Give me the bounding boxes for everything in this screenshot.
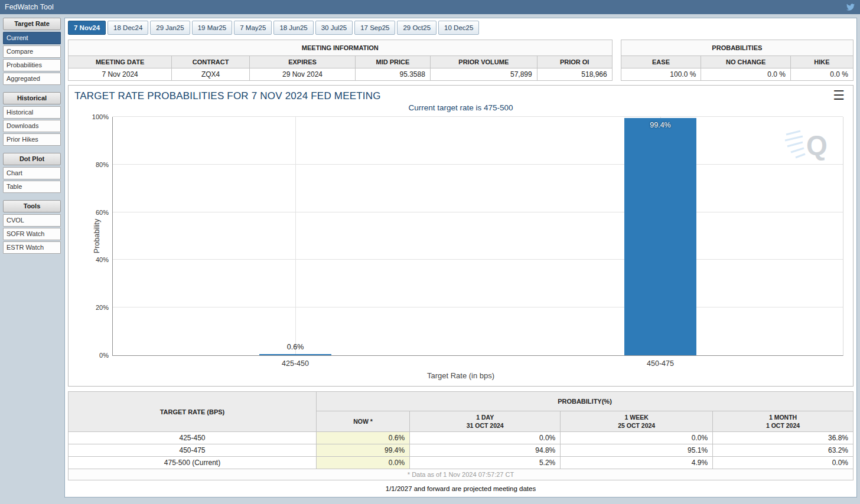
y-axis-label: Probability bbox=[93, 219, 101, 253]
col-header-contract: CONTRACT bbox=[172, 56, 250, 68]
data-asof-footnote: * Data as of 1 Nov 2024 07:57:27 CT bbox=[69, 469, 854, 480]
tab-19mar25[interactable]: 19 Mar25 bbox=[192, 21, 233, 35]
gridline-h-40 bbox=[113, 259, 843, 260]
hike-value: 0.0 % bbox=[791, 68, 854, 81]
bar-450-475: 99.4% bbox=[624, 118, 696, 355]
sub-header-1day: 1 DAY 31 OCT 2024 bbox=[410, 411, 561, 432]
tab-18dec24[interactable]: 18 Dec24 bbox=[108, 21, 148, 35]
app-title-bar: FedWatch Tool bbox=[0, 0, 860, 14]
sidebar-header-dot-plot: Dot Plot bbox=[3, 153, 61, 165]
bar-425-450 bbox=[259, 354, 331, 355]
col-header-hike: HIKE bbox=[791, 56, 854, 68]
gridline-h-60 bbox=[113, 212, 843, 212]
ytick-0: 0% bbox=[99, 352, 109, 359]
ytick-80: 80% bbox=[96, 161, 109, 168]
sub-header-1month-line2: 1 OCT 2024 bbox=[713, 421, 853, 430]
meeting-information-table: MEETING INFORMATION MEETING DATE CONTRAC… bbox=[68, 40, 613, 81]
tab-7may25[interactable]: 7 May25 bbox=[234, 21, 272, 35]
day-cell: 0.0% bbox=[410, 432, 561, 444]
tab-7nov24[interactable]: 7 Nov24 bbox=[68, 21, 106, 35]
sidebar-item-chart[interactable]: Chart bbox=[3, 167, 61, 179]
rate-cell: 475-500 (Current) bbox=[69, 457, 317, 469]
gridline-h-20 bbox=[113, 307, 843, 307]
app-content: Target Rate Current Compare Probabilitie… bbox=[0, 14, 860, 501]
expires-value: 29 Nov 2024 bbox=[250, 68, 356, 81]
main-panel: 7 Nov24 18 Dec24 29 Jan25 19 Mar25 7 May… bbox=[64, 18, 857, 498]
probability-group-header: PROBABILITY(%) bbox=[316, 392, 853, 411]
sub-header-1month: 1 MONTH 1 OCT 2024 bbox=[713, 411, 854, 432]
table-row: 475-500 (Current) 0.0% 5.2% 4.9% 0.0% bbox=[69, 457, 854, 469]
prior-volume-value: 57,899 bbox=[430, 68, 537, 81]
sub-header-now: NOW * bbox=[316, 411, 409, 432]
ytick-40: 40% bbox=[96, 256, 109, 263]
month-cell: 63.2% bbox=[713, 444, 854, 457]
col-header-ease: EASE bbox=[621, 56, 701, 68]
month-cell: 0.0% bbox=[713, 457, 854, 469]
sidebar-item-aggregated[interactable]: Aggregated bbox=[3, 73, 61, 85]
sidebar: Target Rate Current Compare Probabilitie… bbox=[3, 18, 61, 498]
day-cell: 5.2% bbox=[410, 457, 561, 469]
meeting-date-tabs: 7 Nov24 18 Dec24 29 Jan25 19 Mar25 7 May… bbox=[68, 21, 854, 35]
probabilities-summary-table: PROBABILITIES EASE NO CHANGE HIKE 100.0 … bbox=[621, 40, 854, 81]
mid-price-value: 95.3588 bbox=[355, 68, 430, 81]
projected-dates-note: 1/1/2027 and forward are projected meeti… bbox=[68, 485, 854, 492]
ytick-60: 60% bbox=[96, 209, 109, 216]
probability-bar-chart: TARGET RATE PROBABILITIES FOR 7 NOV 2024… bbox=[68, 85, 854, 387]
gridline-h-80 bbox=[113, 164, 843, 165]
sidebar-item-sofr-watch[interactable]: SOFR Watch bbox=[3, 228, 61, 240]
chart-menu-icon[interactable]: ☰ bbox=[830, 90, 847, 101]
now-cell: 99.4% bbox=[316, 444, 409, 457]
ytick-20: 20% bbox=[96, 304, 109, 311]
col-header-mid-price: MID PRICE bbox=[355, 56, 430, 68]
now-cell: 0.0% bbox=[316, 457, 409, 469]
sub-header-1month-line1: 1 MONTH bbox=[713, 413, 853, 421]
probabilities-title: PROBABILITIES bbox=[621, 40, 853, 56]
meeting-info-title: MEETING INFORMATION bbox=[69, 40, 613, 56]
sub-header-1day-line1: 1 DAY bbox=[410, 413, 560, 421]
sub-header-1week-line1: 1 WEEK bbox=[561, 413, 712, 421]
col-header-expires: EXPIRES bbox=[250, 56, 356, 68]
tab-18jun25[interactable]: 18 Jun25 bbox=[273, 21, 313, 35]
tab-29oct25[interactable]: 29 Oct25 bbox=[397, 21, 436, 35]
tab-30jul25[interactable]: 30 Jul25 bbox=[315, 21, 353, 35]
col-header-no-change: NO CHANGE bbox=[701, 56, 791, 68]
bar-label-0: 0.6% bbox=[287, 343, 304, 351]
info-row: MEETING INFORMATION MEETING DATE CONTRAC… bbox=[68, 40, 854, 81]
app-title: FedWatch Tool bbox=[5, 3, 54, 11]
svg-text:Q: Q bbox=[806, 130, 828, 161]
sub-header-1week: 1 WEEK 25 OCT 2024 bbox=[561, 411, 713, 432]
sidebar-item-cvol[interactable]: CVOL bbox=[3, 214, 61, 227]
sidebar-item-downloads[interactable]: Downloads bbox=[3, 120, 61, 132]
rate-header: TARGET RATE (BPS) bbox=[69, 392, 317, 432]
sidebar-item-historical[interactable]: Historical bbox=[3, 106, 61, 119]
sidebar-item-probabilities[interactable]: Probabilities bbox=[3, 59, 61, 71]
table-row: 450-475 99.4% 94.8% 95.1% 63.2% bbox=[69, 444, 854, 457]
xtick-450-475: 450-475 bbox=[647, 359, 674, 368]
day-cell: 94.8% bbox=[410, 444, 561, 457]
twitter-icon[interactable] bbox=[846, 3, 855, 11]
tab-29jan25[interactable]: 29 Jan25 bbox=[150, 21, 190, 35]
tab-17sep25[interactable]: 17 Sep25 bbox=[354, 21, 395, 35]
meeting-date-value: 7 Nov 2024 bbox=[69, 68, 172, 81]
chart-title: TARGET RATE PROBABILITIES FOR 7 NOV 2024… bbox=[74, 90, 381, 102]
xtick-425-450: 425-450 bbox=[282, 359, 309, 368]
tab-10dec25[interactable]: 10 Dec25 bbox=[438, 21, 479, 35]
plot-area: 0% 20% 40% 60% 80% 100% Probability 0.6%… bbox=[112, 117, 843, 356]
sub-header-1day-line2: 31 OCT 2024 bbox=[410, 421, 560, 430]
ytick-100: 100% bbox=[92, 113, 109, 120]
sidebar-item-prior-hikes[interactable]: Prior Hikes bbox=[3, 133, 61, 146]
gridline-v-cat1 bbox=[295, 117, 296, 355]
sub-header-1week-line2: 25 OCT 2024 bbox=[561, 421, 712, 430]
sidebar-item-table[interactable]: Table bbox=[3, 181, 61, 193]
chart-subtitle: Current target rate is 475-500 bbox=[74, 103, 847, 112]
sidebar-item-current[interactable]: Current bbox=[3, 32, 61, 44]
rate-cell: 425-450 bbox=[69, 432, 317, 444]
contract-value: ZQX4 bbox=[172, 68, 250, 81]
sidebar-header-historical: Historical bbox=[3, 92, 61, 104]
sidebar-item-estr-watch[interactable]: ESTR Watch bbox=[3, 241, 61, 254]
sidebar-item-compare[interactable]: Compare bbox=[3, 45, 61, 58]
week-cell: 95.1% bbox=[561, 444, 713, 457]
month-cell: 36.8% bbox=[713, 432, 854, 444]
no-change-value: 0.0 % bbox=[701, 68, 791, 81]
week-cell: 4.9% bbox=[561, 457, 713, 469]
